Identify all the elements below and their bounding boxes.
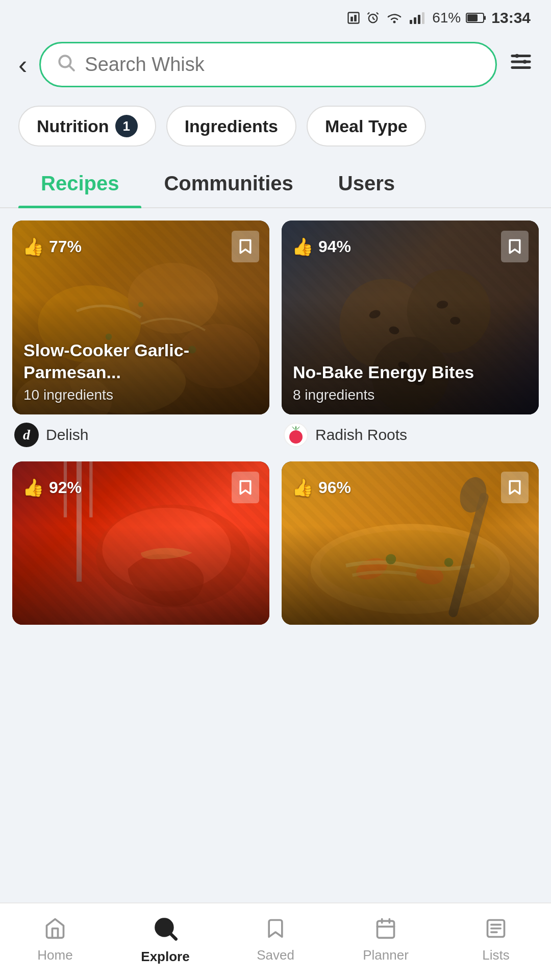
source-name-2: Radish Roots bbox=[315, 426, 407, 444]
recipe-bottom-2: No-Bake Energy Bites 8 ingredients bbox=[282, 351, 539, 415]
nav-home-label: Home bbox=[37, 947, 72, 963]
svg-line-5 bbox=[373, 18, 375, 19]
back-button[interactable]: ‹ bbox=[18, 52, 27, 78]
rating-percent-4: 96% bbox=[318, 478, 351, 497]
source-row-1: d Delish bbox=[12, 414, 269, 449]
wifi-icon bbox=[385, 11, 404, 25]
status-icons: 61% 13:34 bbox=[346, 9, 531, 27]
svg-rect-57 bbox=[378, 921, 394, 938]
filter-button[interactable] bbox=[509, 50, 533, 79]
home-icon bbox=[44, 917, 66, 943]
nav-saved-label: Saved bbox=[257, 947, 294, 963]
recipe-card-3[interactable]: 👍 92% bbox=[12, 461, 269, 625]
tab-recipes[interactable]: Recipes bbox=[18, 162, 141, 207]
chip-nutrition-badge: 1 bbox=[115, 115, 138, 137]
source-logo-1: d bbox=[14, 423, 39, 447]
svg-rect-11 bbox=[418, 15, 420, 24]
svg-rect-15 bbox=[467, 14, 478, 21]
svg-rect-1 bbox=[350, 17, 353, 21]
recipe-ingredients-2: 8 ingredients bbox=[293, 387, 528, 403]
rating-badge-4: 👍 96% bbox=[292, 477, 351, 498]
rating-badge-2: 👍 94% bbox=[292, 236, 351, 257]
nav-lists-label: Lists bbox=[482, 947, 509, 963]
alarm-icon bbox=[366, 11, 380, 25]
battery-percent: 61% bbox=[432, 10, 461, 26]
svg-rect-12 bbox=[422, 12, 424, 24]
source-row-2: Radish Roots bbox=[282, 414, 539, 449]
search-icon bbox=[56, 53, 76, 77]
rating-percent-2: 94% bbox=[318, 237, 351, 256]
sim-icon bbox=[346, 11, 361, 25]
tabs: Recipes Communities Users bbox=[0, 157, 551, 208]
tab-communities[interactable]: Communities bbox=[141, 162, 315, 207]
bookmark-button-4[interactable] bbox=[501, 472, 529, 503]
recipe-title-1: Slow-Cooker Garlic-Parmesan... bbox=[23, 339, 258, 383]
svg-rect-14 bbox=[484, 16, 486, 20]
chip-ingredients-label: Ingredients bbox=[185, 116, 278, 136]
status-bar: 61% 13:34 bbox=[0, 0, 551, 32]
tab-users[interactable]: Users bbox=[316, 162, 417, 207]
bookmark-button-1[interactable] bbox=[232, 231, 259, 262]
chip-ingredients[interactable]: Ingredients bbox=[166, 106, 296, 146]
bookmark-button-3[interactable] bbox=[232, 472, 259, 503]
chip-nutrition-label: Nutrition bbox=[37, 116, 109, 136]
recipe-top-row-3: 👍 92% bbox=[22, 472, 259, 503]
recipe-card-2[interactable]: 👍 94% No-Bake Energy Bites 8 ingredients bbox=[282, 220, 539, 449]
nav-saved[interactable]: Saved bbox=[240, 917, 311, 963]
signal-icon bbox=[409, 11, 427, 25]
svg-line-56 bbox=[170, 933, 176, 939]
rating-percent-1: 77% bbox=[49, 237, 82, 256]
battery-icon bbox=[466, 12, 486, 24]
clock-time: 13:34 bbox=[491, 9, 531, 27]
source-logo-2 bbox=[284, 423, 308, 447]
radish-icon bbox=[286, 425, 306, 445]
svg-line-6 bbox=[368, 13, 370, 15]
thumbs-up-icon-1: 👍 bbox=[22, 236, 44, 257]
svg-point-8 bbox=[393, 21, 396, 23]
svg-line-17 bbox=[69, 66, 74, 70]
lists-icon bbox=[485, 917, 507, 943]
chip-nutrition[interactable]: Nutrition 1 bbox=[18, 106, 156, 146]
nav-planner-label: Planner bbox=[363, 947, 409, 963]
nav-home[interactable]: Home bbox=[19, 917, 91, 963]
recipe-top-row-4: 👍 96% bbox=[292, 472, 529, 503]
filter-chips: Nutrition 1 Ingredients Meal Type bbox=[0, 97, 551, 157]
search-input[interactable] bbox=[85, 54, 480, 76]
thumbs-up-icon-3: 👍 bbox=[22, 477, 44, 498]
svg-rect-0 bbox=[348, 13, 359, 23]
svg-rect-2 bbox=[354, 15, 357, 21]
search-bar[interactable] bbox=[39, 42, 497, 87]
thumbs-up-icon-2: 👍 bbox=[292, 236, 313, 257]
recipe-card-1[interactable]: 👍 77% Slow-Cooker Garlic-Parmesan... 10 … bbox=[12, 220, 269, 449]
nav-explore-label: Explore bbox=[141, 949, 189, 965]
svg-point-40 bbox=[289, 430, 303, 444]
nav-planner[interactable]: Planner bbox=[350, 917, 421, 963]
planner-icon bbox=[374, 917, 397, 943]
recipe-card-4[interactable]: 👍 96% bbox=[282, 461, 539, 625]
recipe-top-row-2: 👍 94% bbox=[292, 231, 529, 262]
recipe-title-2: No-Bake Energy Bites bbox=[293, 361, 528, 383]
svg-rect-9 bbox=[410, 20, 412, 24]
chip-meal-type[interactable]: Meal Type bbox=[307, 106, 426, 146]
recipe-grid: 👍 77% Slow-Cooker Garlic-Parmesan... 10 … bbox=[0, 220, 551, 625]
thumbs-up-icon-4: 👍 bbox=[292, 477, 313, 498]
rating-badge-3: 👍 92% bbox=[22, 477, 82, 498]
recipe-bottom-1: Slow-Cooker Garlic-Parmesan... 10 ingred… bbox=[12, 329, 269, 414]
rating-badge-1: 👍 77% bbox=[22, 236, 82, 257]
page-content: ‹ Nutrition 1 Ingredients Meal Type Reci… bbox=[0, 32, 551, 706]
svg-line-7 bbox=[377, 13, 379, 15]
source-name-1: Delish bbox=[46, 426, 88, 444]
saved-icon bbox=[264, 917, 287, 943]
chip-meal-type-label: Meal Type bbox=[325, 116, 408, 136]
svg-rect-10 bbox=[414, 17, 416, 24]
explore-icon bbox=[153, 916, 178, 945]
recipe-top-row-1: 👍 77% bbox=[22, 231, 259, 262]
header: ‹ bbox=[0, 32, 551, 97]
recipe-ingredients-1: 10 ingredients bbox=[23, 387, 258, 403]
bottom-nav: Home Explore Saved Planner Lists bbox=[0, 902, 551, 980]
rating-percent-3: 92% bbox=[49, 478, 82, 497]
nav-lists[interactable]: Lists bbox=[460, 917, 532, 963]
bookmark-button-2[interactable] bbox=[501, 231, 529, 262]
nav-explore[interactable]: Explore bbox=[130, 916, 201, 965]
